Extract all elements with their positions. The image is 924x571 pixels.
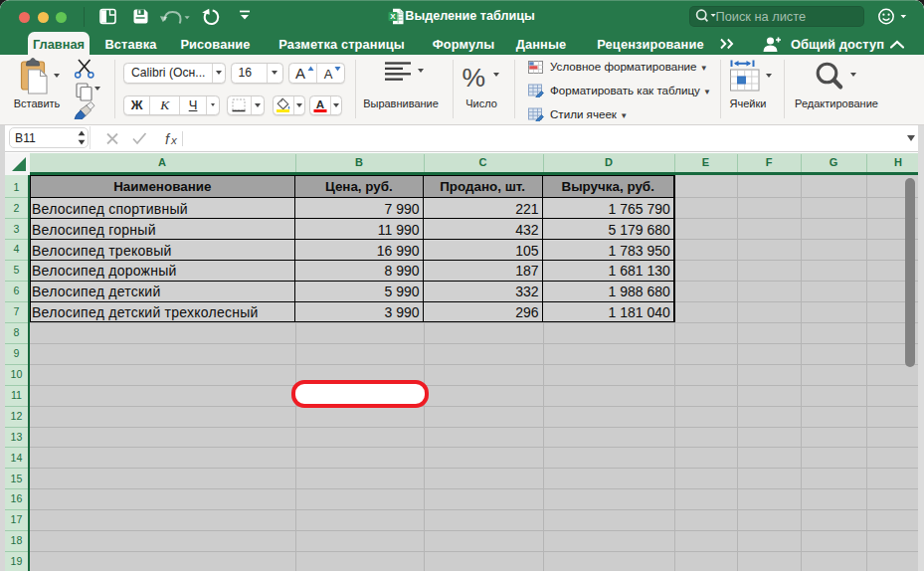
svg-text:А: А — [323, 67, 332, 81]
svg-text:А: А — [294, 65, 304, 81]
svg-text:А: А — [316, 98, 324, 110]
svg-text:X: X — [390, 12, 396, 21]
svg-text:x: x — [170, 134, 178, 146]
